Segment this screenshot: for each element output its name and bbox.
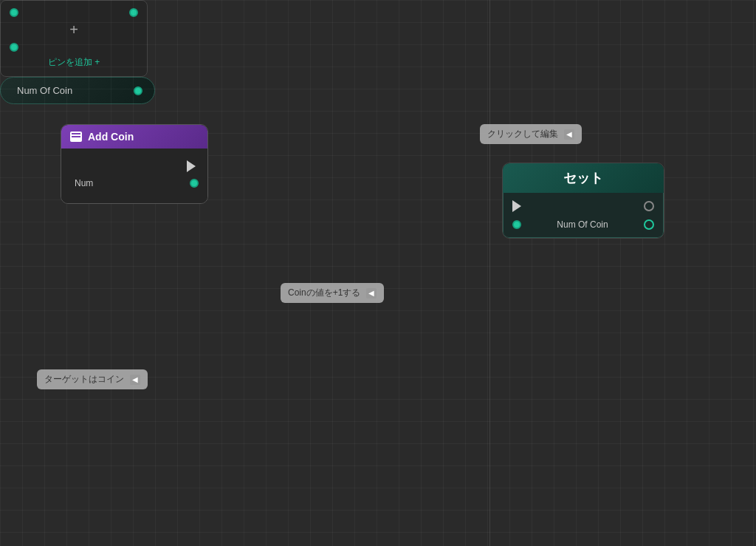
set-exec-out-pin[interactable] xyxy=(644,201,654,211)
target-comment-text: ターゲットはコイン xyxy=(44,373,124,386)
collapse-button-3[interactable]: ◀ xyxy=(130,375,140,385)
set-node-title: セット xyxy=(563,169,603,187)
set-node-header: セット xyxy=(503,163,664,193)
coin-plus1-text: Coinの値を+1する xyxy=(288,287,360,299)
add-coin-node[interactable]: Add Coin Num xyxy=(61,124,208,204)
add-coin-header: Add Coin xyxy=(61,125,207,149)
num-data-pin[interactable] xyxy=(190,179,199,188)
set-data-out-pin[interactable] xyxy=(644,219,654,230)
set-pin-label: Num Of Coin xyxy=(557,219,608,230)
canvas-background xyxy=(0,0,756,546)
collapse-button[interactable]: ◀ xyxy=(564,129,574,140)
num-pin-label: Num xyxy=(75,178,93,188)
exec-out-pin[interactable] xyxy=(187,160,196,172)
separator-line xyxy=(489,0,490,546)
exec-pin-row xyxy=(70,160,199,172)
num-pin-row: Num xyxy=(70,178,199,188)
coin-plus1-comment[interactable]: Coinの値を+1する ◀ xyxy=(281,283,384,303)
set-data-in-pin[interactable] xyxy=(512,220,521,229)
add-coin-body: Num xyxy=(61,149,207,203)
click-edit-comment[interactable]: クリックして編集 ◀ xyxy=(480,124,582,144)
node-icon xyxy=(70,132,82,142)
set-exec-in-pin[interactable] xyxy=(512,200,521,212)
add-coin-title: Add Coin xyxy=(88,131,134,143)
target-comment[interactable]: ターゲットはコイン ◀ xyxy=(37,369,148,389)
set-node-body: Num Of Coin xyxy=(503,193,664,238)
click-edit-text: クリックして編集 xyxy=(487,128,558,140)
set-node[interactable]: セット Num Of Coin xyxy=(502,163,664,239)
collapse-button-2[interactable]: ◀ xyxy=(366,288,377,298)
